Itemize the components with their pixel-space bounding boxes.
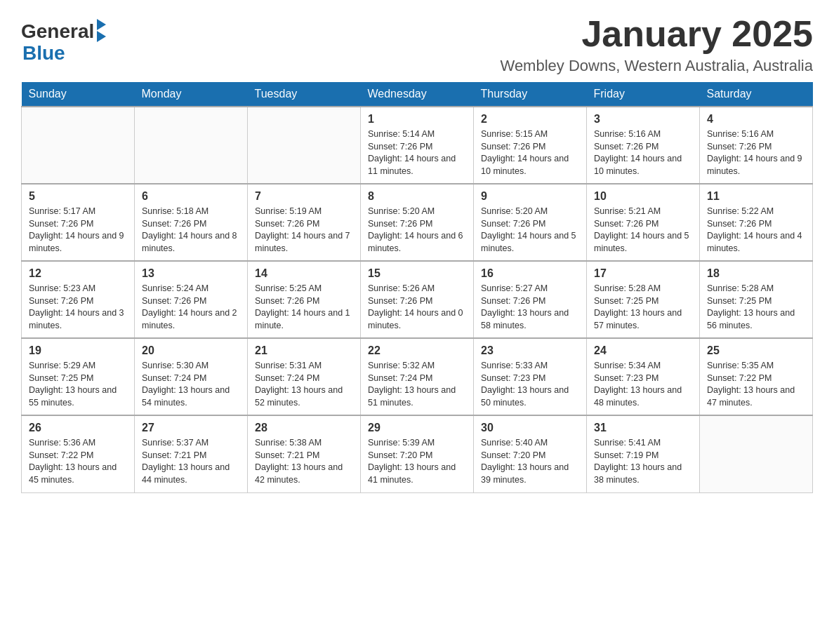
day-info: Sunrise: 5:25 AMSunset: 7:26 PMDaylight:…: [255, 283, 353, 332]
header-row: SundayMondayTuesdayWednesdayThursdayFrid…: [22, 82, 813, 107]
day-cell: 3Sunrise: 5:16 AMSunset: 7:26 PMDaylight…: [587, 107, 700, 184]
day-cell: 15Sunrise: 5:26 AMSunset: 7:26 PMDayligh…: [361, 261, 474, 338]
day-info: Sunrise: 5:16 AMSunset: 7:26 PMDaylight:…: [707, 128, 805, 177]
day-cell: 20Sunrise: 5:30 AMSunset: 7:24 PMDayligh…: [135, 338, 248, 415]
day-info: Sunrise: 5:15 AMSunset: 7:26 PMDaylight:…: [481, 128, 579, 177]
logo-general-text: General: [21, 21, 94, 43]
day-cell: [22, 107, 135, 184]
day-cell: 7Sunrise: 5:19 AMSunset: 7:26 PMDaylight…: [248, 184, 361, 261]
day-info: Sunrise: 5:30 AMSunset: 7:24 PMDaylight:…: [142, 360, 240, 409]
day-cell: 27Sunrise: 5:37 AMSunset: 7:21 PMDayligh…: [135, 415, 248, 492]
day-number: 18: [707, 267, 805, 280]
day-cell: 12Sunrise: 5:23 AMSunset: 7:26 PMDayligh…: [22, 261, 135, 338]
calendar-body: 1Sunrise: 5:14 AMSunset: 7:26 PMDaylight…: [22, 107, 813, 492]
day-info: Sunrise: 5:27 AMSunset: 7:26 PMDaylight:…: [481, 283, 579, 332]
day-cell: 2Sunrise: 5:15 AMSunset: 7:26 PMDaylight…: [474, 107, 587, 184]
day-info: Sunrise: 5:34 AMSunset: 7:23 PMDaylight:…: [594, 360, 692, 409]
day-info: Sunrise: 5:29 AMSunset: 7:25 PMDaylight:…: [29, 360, 127, 409]
week-row-5: 26Sunrise: 5:36 AMSunset: 7:22 PMDayligh…: [22, 415, 813, 492]
day-info: Sunrise: 5:36 AMSunset: 7:22 PMDaylight:…: [29, 437, 127, 486]
day-cell: 25Sunrise: 5:35 AMSunset: 7:22 PMDayligh…: [700, 338, 813, 415]
day-number: 20: [142, 344, 240, 357]
logo: General Blue: [21, 21, 106, 65]
day-cell: [700, 415, 813, 492]
header-cell-thursday: Thursday: [474, 82, 587, 107]
day-number: 29: [368, 422, 466, 434]
day-info: Sunrise: 5:41 AMSunset: 7:19 PMDaylight:…: [594, 437, 692, 486]
day-info: Sunrise: 5:17 AMSunset: 7:26 PMDaylight:…: [29, 206, 127, 255]
day-cell: 8Sunrise: 5:20 AMSunset: 7:26 PMDaylight…: [361, 184, 474, 261]
day-number: 27: [142, 422, 240, 434]
day-info: Sunrise: 5:26 AMSunset: 7:26 PMDaylight:…: [368, 283, 466, 332]
header-cell-tuesday: Tuesday: [248, 82, 361, 107]
day-info: Sunrise: 5:35 AMSunset: 7:22 PMDaylight:…: [707, 360, 805, 409]
day-info: Sunrise: 5:28 AMSunset: 7:25 PMDaylight:…: [594, 283, 692, 332]
day-number: 3: [594, 113, 692, 126]
day-info: Sunrise: 5:24 AMSunset: 7:26 PMDaylight:…: [142, 283, 240, 332]
title-section: January 2025 Wembley Downs, Western Aust…: [501, 14, 813, 75]
day-number: 16: [481, 267, 579, 280]
day-number: 23: [481, 344, 579, 357]
day-info: Sunrise: 5:14 AMSunset: 7:26 PMDaylight:…: [368, 128, 466, 177]
day-cell: [135, 107, 248, 184]
day-info: Sunrise: 5:20 AMSunset: 7:26 PMDaylight:…: [481, 206, 579, 255]
day-number: 14: [255, 267, 353, 280]
day-number: 13: [142, 267, 240, 280]
day-cell: 26Sunrise: 5:36 AMSunset: 7:22 PMDayligh…: [22, 415, 135, 492]
day-number: 8: [368, 190, 466, 203]
day-cell: 21Sunrise: 5:31 AMSunset: 7:24 PMDayligh…: [248, 338, 361, 415]
day-number: 24: [594, 344, 692, 357]
day-number: 31: [594, 422, 692, 434]
day-cell: 22Sunrise: 5:32 AMSunset: 7:24 PMDayligh…: [361, 338, 474, 415]
header-cell-sunday: Sunday: [22, 82, 135, 107]
day-cell: 18Sunrise: 5:28 AMSunset: 7:25 PMDayligh…: [700, 261, 813, 338]
day-number: 21: [255, 344, 353, 357]
day-info: Sunrise: 5:20 AMSunset: 7:26 PMDaylight:…: [368, 206, 466, 255]
day-cell: 24Sunrise: 5:34 AMSunset: 7:23 PMDayligh…: [587, 338, 700, 415]
day-number: 2: [481, 113, 579, 126]
logo-icon: General Blue: [21, 21, 106, 65]
day-info: Sunrise: 5:40 AMSunset: 7:20 PMDaylight:…: [481, 437, 579, 486]
day-cell: 1Sunrise: 5:14 AMSunset: 7:26 PMDaylight…: [361, 107, 474, 184]
header-cell-wednesday: Wednesday: [361, 82, 474, 107]
day-info: Sunrise: 5:32 AMSunset: 7:24 PMDaylight:…: [368, 360, 466, 409]
day-number: 7: [255, 190, 353, 203]
day-number: 11: [707, 190, 805, 203]
day-cell: 28Sunrise: 5:38 AMSunset: 7:21 PMDayligh…: [248, 415, 361, 492]
day-cell: 29Sunrise: 5:39 AMSunset: 7:20 PMDayligh…: [361, 415, 474, 492]
day-info: Sunrise: 5:19 AMSunset: 7:26 PMDaylight:…: [255, 206, 353, 255]
day-info: Sunrise: 5:18 AMSunset: 7:26 PMDaylight:…: [142, 206, 240, 255]
day-cell: 4Sunrise: 5:16 AMSunset: 7:26 PMDaylight…: [700, 107, 813, 184]
day-cell: [248, 107, 361, 184]
day-info: Sunrise: 5:16 AMSunset: 7:26 PMDaylight:…: [594, 128, 692, 177]
day-cell: 16Sunrise: 5:27 AMSunset: 7:26 PMDayligh…: [474, 261, 587, 338]
day-number: 28: [255, 422, 353, 434]
day-number: 17: [594, 267, 692, 280]
day-info: Sunrise: 5:31 AMSunset: 7:24 PMDaylight:…: [255, 360, 353, 409]
day-info: Sunrise: 5:33 AMSunset: 7:23 PMDaylight:…: [481, 360, 579, 409]
day-number: 19: [29, 344, 127, 357]
logo-blue-text: Blue: [22, 43, 65, 65]
month-title: January 2025: [501, 14, 813, 54]
header-cell-friday: Friday: [587, 82, 700, 107]
day-number: 26: [29, 422, 127, 434]
day-number: 5: [29, 190, 127, 203]
header-cell-saturday: Saturday: [700, 82, 813, 107]
day-info: Sunrise: 5:21 AMSunset: 7:26 PMDaylight:…: [594, 206, 692, 255]
day-number: 10: [594, 190, 692, 203]
day-cell: 31Sunrise: 5:41 AMSunset: 7:19 PMDayligh…: [587, 415, 700, 492]
day-cell: 13Sunrise: 5:24 AMSunset: 7:26 PMDayligh…: [135, 261, 248, 338]
week-row-1: 1Sunrise: 5:14 AMSunset: 7:26 PMDaylight…: [22, 107, 813, 184]
page-header: General Blue January 2025 Wembley Downs,…: [21, 14, 813, 75]
day-info: Sunrise: 5:37 AMSunset: 7:21 PMDaylight:…: [142, 437, 240, 486]
day-number: 6: [142, 190, 240, 203]
week-row-3: 12Sunrise: 5:23 AMSunset: 7:26 PMDayligh…: [22, 261, 813, 338]
calendar-header: SundayMondayTuesdayWednesdayThursdayFrid…: [22, 82, 813, 107]
day-cell: 10Sunrise: 5:21 AMSunset: 7:26 PMDayligh…: [587, 184, 700, 261]
day-number: 1: [368, 113, 466, 126]
week-row-2: 5Sunrise: 5:17 AMSunset: 7:26 PMDaylight…: [22, 184, 813, 261]
day-info: Sunrise: 5:38 AMSunset: 7:21 PMDaylight:…: [255, 437, 353, 486]
day-cell: 5Sunrise: 5:17 AMSunset: 7:26 PMDaylight…: [22, 184, 135, 261]
day-cell: 19Sunrise: 5:29 AMSunset: 7:25 PMDayligh…: [22, 338, 135, 415]
day-number: 22: [368, 344, 466, 357]
